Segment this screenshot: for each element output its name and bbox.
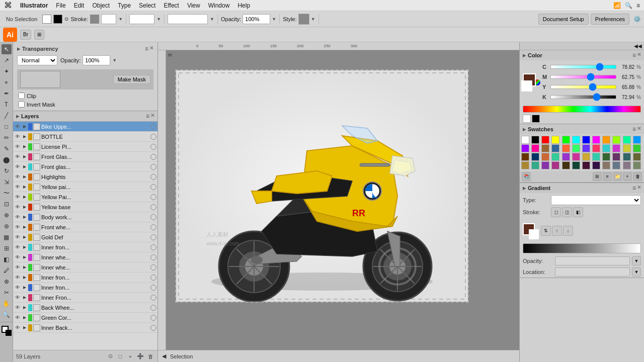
navigate-left-icon[interactable]: ◀	[162, 353, 166, 359]
layer-row[interactable]: 👁▶Front whe...	[13, 222, 157, 232]
layer-expand-icon[interactable]: ▶	[22, 225, 27, 230]
pencil-tool[interactable]: ✎	[2, 144, 12, 154]
stroke-color-box[interactable]	[90, 15, 99, 24]
layer-expand-icon[interactable]: ▶	[22, 205, 27, 210]
gradient-bg-color[interactable]	[529, 229, 539, 239]
layer-visibility-icon[interactable]: 👁	[14, 274, 21, 281]
layer-row[interactable]: 👁▶Back Whee...	[13, 303, 157, 313]
menu-object[interactable]: Object	[92, 2, 110, 9]
swatch-item[interactable]	[541, 153, 549, 161]
layer-target-icon[interactable]	[150, 194, 156, 200]
opacity-input-trans[interactable]	[83, 55, 110, 65]
swatch-item[interactable]	[541, 161, 549, 169]
swatch-item[interactable]	[551, 144, 559, 152]
panel-menu-icon[interactable]: ≡	[145, 45, 148, 52]
layer-row[interactable]: 👁▶Green Cor...	[13, 313, 157, 323]
gradient-type-dropdown[interactable]	[551, 195, 641, 205]
locate-object-icon[interactable]: ⊙	[106, 352, 114, 360]
free-transform-tool[interactable]: ⊡	[2, 199, 12, 209]
white-swatch[interactable]	[523, 115, 531, 123]
layer-row[interactable]: 👁▶Front glas...	[13, 162, 157, 172]
color-spectrum[interactable]	[523, 106, 641, 113]
layer-visibility-icon[interactable]: 👁	[14, 194, 21, 201]
swatch-item[interactable]	[541, 144, 549, 152]
layer-row[interactable]: 👁▶Yellow base	[13, 202, 157, 212]
swatch-item[interactable]	[562, 153, 570, 161]
paintbrush-tool[interactable]: ✏	[2, 133, 12, 143]
swatch-item[interactable]	[592, 153, 600, 161]
layer-expand-icon[interactable]: ▶	[22, 255, 27, 260]
layer-visibility-icon[interactable]: 👁	[14, 173, 21, 180]
layer-expand-icon[interactable]: ▶	[22, 245, 27, 250]
menu-select[interactable]: Select	[139, 2, 155, 9]
swatches-menu[interactable]: ≡	[632, 126, 636, 133]
layer-visibility-icon[interactable]: 👁	[14, 163, 21, 170]
layer-target-icon[interactable]	[150, 234, 156, 240]
m-slider[interactable]	[550, 75, 616, 79]
swatch-item[interactable]	[531, 144, 539, 152]
swatches-close[interactable]: ✕	[637, 126, 641, 133]
layer-expand-icon[interactable]: ▶	[22, 275, 27, 280]
layer-row[interactable]: 👁▶Inner Fron...	[13, 293, 157, 303]
layer-expand-icon[interactable]: ▶	[22, 235, 27, 240]
stroke-options-icon[interactable]: ⊙	[64, 16, 68, 22]
shape-builder-tool[interactable]: ⊕	[2, 210, 12, 220]
warp-tool[interactable]: 〜	[2, 188, 12, 198]
layer-expand-icon[interactable]: ▶	[22, 124, 27, 129]
swatch-item[interactable]	[521, 153, 529, 161]
gradient-menu[interactable]: ≡	[632, 185, 636, 192]
layer-row[interactable]: 👁▶Gold Def	[13, 232, 157, 242]
layer-row[interactable]: 👁▶Inner whe...	[13, 262, 157, 273]
swatch-item[interactable]	[572, 153, 580, 161]
nav-right-arrow[interactable]: ▶	[167, 51, 173, 57]
swatch-item[interactable]	[602, 153, 610, 161]
variable-width-input[interactable]	[168, 14, 208, 24]
create-new-layer-icon[interactable]: ➕	[136, 352, 144, 360]
hand-tool[interactable]: ✋	[2, 299, 12, 309]
blend-mode-dropdown[interactable]: Normal	[17, 55, 57, 65]
line-tool[interactable]: ╱	[2, 111, 12, 121]
gradient-close[interactable]: ✕	[637, 185, 641, 192]
stroke-color[interactable]	[53, 15, 62, 24]
layer-expand-icon[interactable]: ▶	[22, 174, 27, 179]
preferences-button[interactable]: Preferences	[591, 14, 629, 25]
swatch-item[interactable]	[633, 161, 641, 169]
eyedropper-tool[interactable]: 🖉	[2, 265, 12, 276]
layer-visibility-icon[interactable]: 👁	[14, 224, 21, 231]
gradient-location-dropdown[interactable]: ▼	[632, 267, 641, 277]
swatch-item[interactable]	[582, 144, 590, 152]
swatch-item[interactable]	[531, 153, 539, 161]
layer-row[interactable]: 👁▶Yellow pai...	[13, 182, 157, 192]
rectangle-tool[interactable]: □	[2, 122, 12, 132]
stroke-weight-dropdown[interactable]: ▼	[156, 17, 161, 22]
menu-type[interactable]: Type	[118, 2, 131, 9]
tools-options-icon[interactable]: ⚙️	[633, 16, 641, 23]
clip-checkbox[interactable]	[18, 93, 25, 99]
column-graph-tool[interactable]: ▦	[2, 232, 12, 242]
swatch-item[interactable]	[572, 136, 580, 144]
layer-visibility-icon[interactable]: 👁	[14, 214, 21, 221]
gradient-panel-header[interactable]: ▶ Gradient ≡ ✕	[520, 183, 644, 193]
layer-visibility-icon[interactable]: 👁	[14, 123, 21, 130]
layer-target-icon[interactable]	[150, 254, 156, 260]
stroke-dropdown-arrow[interactable]: ▼	[118, 17, 123, 22]
gradient-bar[interactable]	[523, 243, 641, 253]
swatch-item[interactable]	[572, 144, 580, 152]
gradient-stroke-btn-2[interactable]: ◫	[562, 207, 572, 217]
doc-setup-button[interactable]: Document Setup	[538, 14, 589, 25]
layer-visibility-icon[interactable]: 👁	[14, 324, 21, 331]
layer-target-icon[interactable]	[150, 305, 156, 311]
color-panel-header[interactable]: ▶ Color ≡ ✕	[520, 50, 644, 60]
new-swatch-icon[interactable]: +	[623, 172, 632, 181]
swatch-item[interactable]	[633, 136, 641, 144]
make-mask-button[interactable]: Make Mask	[113, 75, 150, 84]
fill-color[interactable]	[42, 15, 51, 24]
swatch-item[interactable]	[531, 161, 539, 169]
swatch-item[interactable]	[521, 136, 529, 144]
background-color[interactable]	[521, 80, 532, 92]
layer-visibility-icon[interactable]: 👁	[14, 234, 21, 241]
layer-row[interactable]: 👁▶Inner fron...	[13, 273, 157, 283]
layer-expand-icon[interactable]: ▶	[22, 134, 27, 139]
layer-expand-icon[interactable]: ▶	[22, 325, 27, 330]
layer-row[interactable]: 👁▶Inner fron...	[13, 242, 157, 252]
